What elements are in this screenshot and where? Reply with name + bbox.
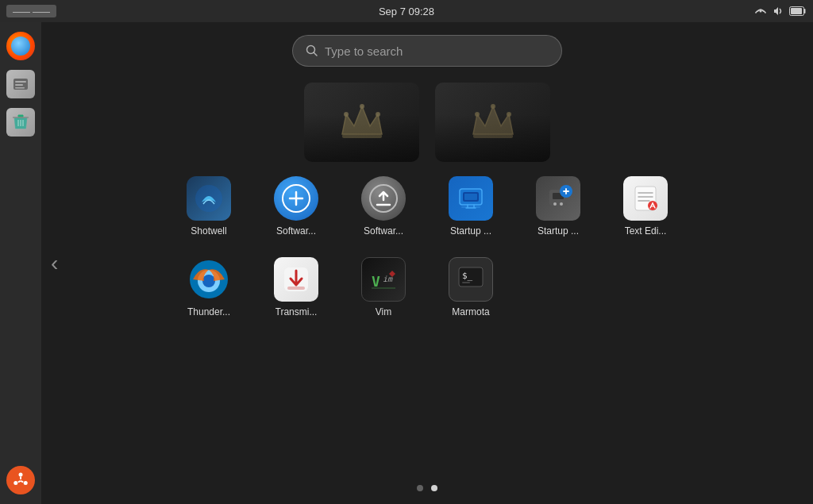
svg-rect-2 [791, 8, 802, 14]
app-item-vim[interactable]: V im Vim [344, 251, 423, 324]
app-label-startup-disk: Startup ... [538, 225, 579, 237]
main-content: Shotwell Softwar... Softwar... [41, 22, 813, 504]
app-icon-vim: V im [361, 257, 406, 302]
app-item-sw-center[interactable]: Softwar... [256, 170, 336, 243]
app-icon-thunderbird [187, 257, 231, 302]
sidebar-bottom [5, 464, 37, 496]
app-label-startup-apps: Startup ... [450, 225, 491, 237]
app-item-startup-apps[interactable]: Startup ... [431, 170, 511, 243]
app-icon-sw-center [274, 176, 318, 221]
svg-point-14 [344, 112, 349, 117]
nav-arrow-left[interactable]: ‹ [44, 244, 64, 283]
featured-row [304, 83, 550, 162]
svg-point-10 [13, 481, 17, 485]
featured-app-2[interactable] [435, 83, 550, 162]
app-icon-transmission [274, 257, 318, 302]
svg-point-9 [24, 481, 28, 485]
svg-point-36 [202, 275, 215, 287]
app-item-sw-update[interactable]: Softwar... [344, 170, 423, 243]
svg-text:$_: $_ [462, 271, 473, 281]
svg-rect-12 [342, 134, 382, 138]
svg-point-19 [507, 112, 511, 117]
app-label-sw-center: Softwar... [276, 225, 316, 237]
app-icon-text-editor [623, 176, 668, 221]
svg-rect-45 [462, 282, 470, 283]
svg-rect-38 [287, 287, 305, 290]
svg-point-30 [560, 202, 563, 206]
svg-point-17 [491, 104, 495, 109]
app-icon-shotwell [187, 176, 231, 221]
sidebar-item-firefox[interactable] [5, 30, 37, 62]
crown-icon-1 [338, 102, 386, 142]
svg-rect-6 [15, 87, 25, 89]
app-item-thunderbird[interactable]: Thunder... [169, 251, 249, 324]
network-icon [754, 5, 767, 17]
page-dots [417, 485, 437, 491]
ubuntu-icon [6, 466, 35, 494]
svg-point-29 [553, 202, 557, 206]
search-icon [306, 44, 318, 57]
app-item-marmota[interactable]: $_ Marmota [431, 251, 511, 324]
indicator-text: —— —— [13, 6, 50, 16]
svg-rect-5 [15, 84, 23, 86]
search-bar [292, 35, 562, 67]
app-label-sw-update: Softwar... [364, 225, 403, 237]
svg-rect-4 [15, 81, 26, 83]
window-indicator: —— —— [6, 5, 56, 17]
app-label-thunderbird: Thunder... [187, 306, 230, 317]
datetime-display: Sep 7 09:28 [379, 6, 434, 17]
top-bar: —— —— Sep 7 09:28 [0, 0, 813, 22]
app-icon-startup-disk [536, 176, 580, 221]
top-bar-right [754, 5, 807, 17]
app-icon-marmota: $_ [449, 257, 493, 302]
app-label-marmota: Marmota [452, 306, 489, 317]
app-item-transmission[interactable]: Transmi... [256, 251, 336, 324]
app-item-shotwell[interactable]: Shotwell [169, 170, 249, 243]
crown-icon-2 [469, 102, 517, 142]
app-label-vim: Vim [376, 306, 391, 317]
app-item-text-editor[interactable]: Text Edi... [606, 170, 685, 243]
svg-point-13 [360, 104, 364, 109]
svg-text:V: V [372, 273, 380, 290]
svg-rect-16 [473, 134, 513, 138]
app-label-transmission: Transmi... [275, 306, 318, 317]
app-icon-startup-apps [449, 176, 493, 221]
app-label-shotwell: Shotwell [191, 225, 226, 237]
sidebar-item-trash[interactable] [5, 106, 37, 138]
svg-point-18 [475, 112, 480, 117]
page-dot-2[interactable] [431, 485, 437, 491]
featured-app-1[interactable] [304, 83, 419, 162]
app-grid: Shotwell Softwar... Softwar... [153, 170, 701, 324]
page-dot-1[interactable] [417, 485, 423, 491]
svg-rect-25 [464, 194, 477, 200]
app-item-startup-disk[interactable]: Startup ... [518, 170, 598, 243]
svg-point-8 [19, 473, 23, 477]
svg-point-15 [376, 112, 380, 117]
volume-icon [772, 5, 784, 17]
sidebar-item-ubuntu[interactable] [5, 464, 37, 496]
sidebar-item-files[interactable] [5, 68, 37, 100]
top-bar-left: —— —— [6, 5, 56, 17]
svg-rect-26 [461, 206, 480, 208]
sidebar [0, 22, 41, 504]
app-icon-sw-update [361, 176, 406, 221]
files-icon [6, 70, 35, 98]
app-label-text-editor: Text Edi... [625, 225, 667, 237]
firefox-icon [6, 32, 35, 60]
search-input[interactable] [325, 44, 549, 58]
trash-icon [6, 108, 35, 137]
search-bar-container [292, 35, 562, 67]
battery-icon [789, 6, 807, 16]
